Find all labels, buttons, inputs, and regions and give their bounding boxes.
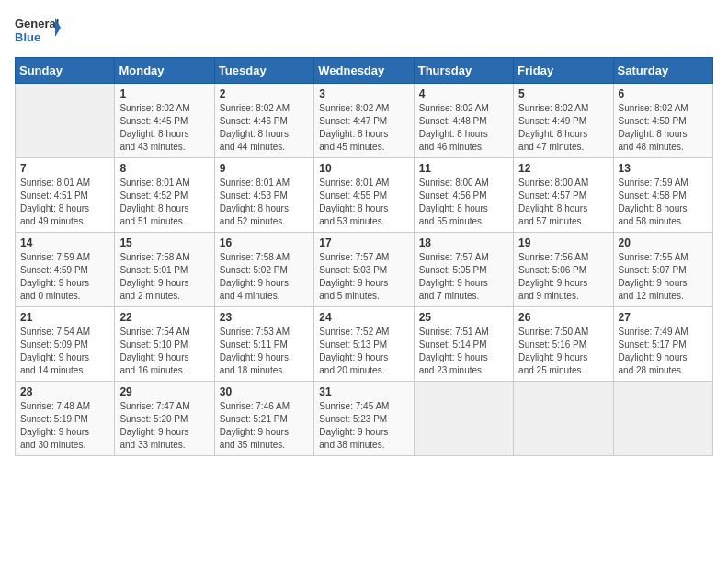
day-number: 12 — [518, 162, 608, 175]
calendar-header-friday: Friday — [514, 58, 613, 84]
calendar-header-thursday: Thursday — [414, 58, 513, 84]
day-number: 5 — [518, 87, 608, 100]
day-number: 15 — [119, 236, 209, 249]
logo: General Blue — [15, 15, 61, 46]
calendar-cell: 10Sunrise: 8:01 AM Sunset: 4:55 PM Dayli… — [314, 158, 414, 233]
day-info: Sunrise: 7:54 AM Sunset: 5:09 PM Dayligh… — [20, 326, 109, 377]
calendar-cell: 9Sunrise: 8:01 AM Sunset: 4:53 PM Daylig… — [214, 158, 313, 233]
calendar-cell: 23Sunrise: 7:53 AM Sunset: 5:11 PM Dayli… — [214, 307, 313, 382]
calendar-week-row: 28Sunrise: 7:48 AM Sunset: 5:19 PM Dayli… — [16, 382, 713, 456]
day-info: Sunrise: 8:00 AM Sunset: 4:57 PM Dayligh… — [518, 177, 608, 228]
day-info: Sunrise: 7:52 AM Sunset: 5:13 PM Dayligh… — [319, 326, 408, 377]
calendar-week-row: 7Sunrise: 8:01 AM Sunset: 4:51 PM Daylig… — [16, 158, 713, 233]
day-info: Sunrise: 7:58 AM Sunset: 5:01 PM Dayligh… — [119, 251, 209, 303]
day-number: 23 — [220, 311, 309, 324]
day-info: Sunrise: 7:58 AM Sunset: 5:02 PM Dayligh… — [220, 251, 309, 303]
day-info: Sunrise: 8:01 AM Sunset: 4:51 PM Dayligh… — [20, 177, 109, 228]
day-info: Sunrise: 7:50 AM Sunset: 5:16 PM Dayligh… — [518, 326, 608, 377]
svg-text:General: General — [15, 17, 59, 30]
day-number: 8 — [119, 162, 209, 175]
day-number: 10 — [319, 162, 408, 175]
day-info: Sunrise: 8:02 AM Sunset: 4:48 PM Dayligh… — [419, 102, 508, 154]
calendar-cell: 13Sunrise: 7:59 AM Sunset: 4:58 PM Dayli… — [613, 158, 712, 233]
day-number: 7 — [20, 162, 109, 175]
calendar-cell: 6Sunrise: 8:02 AM Sunset: 4:50 PM Daylig… — [613, 84, 712, 158]
day-info: Sunrise: 8:02 AM Sunset: 4:47 PM Dayligh… — [319, 102, 408, 154]
day-info: Sunrise: 8:00 AM Sunset: 4:56 PM Dayligh… — [419, 177, 508, 228]
day-info: Sunrise: 7:59 AM Sunset: 4:58 PM Dayligh… — [619, 177, 708, 228]
day-number: 19 — [518, 236, 608, 249]
day-info: Sunrise: 7:57 AM Sunset: 5:05 PM Dayligh… — [419, 251, 508, 303]
calendar-cell: 4Sunrise: 8:02 AM Sunset: 4:48 PM Daylig… — [414, 84, 513, 158]
calendar-cell: 19Sunrise: 7:56 AM Sunset: 5:06 PM Dayli… — [514, 233, 613, 307]
day-info: Sunrise: 8:01 AM Sunset: 4:52 PM Dayligh… — [119, 177, 209, 228]
calendar-header-wednesday: Wednesday — [314, 58, 414, 84]
calendar-cell: 14Sunrise: 7:59 AM Sunset: 4:59 PM Dayli… — [16, 233, 115, 307]
calendar-cell: 22Sunrise: 7:54 AM Sunset: 5:10 PM Dayli… — [115, 307, 214, 382]
day-number: 2 — [220, 87, 309, 100]
day-info: Sunrise: 8:01 AM Sunset: 4:53 PM Dayligh… — [220, 177, 309, 228]
day-number: 14 — [20, 236, 109, 249]
calendar-cell: 28Sunrise: 7:48 AM Sunset: 5:19 PM Dayli… — [16, 382, 115, 456]
day-info: Sunrise: 8:02 AM Sunset: 4:45 PM Dayligh… — [119, 102, 209, 154]
calendar-week-row: 1Sunrise: 8:02 AM Sunset: 4:45 PM Daylig… — [16, 84, 713, 158]
day-number: 28 — [20, 385, 109, 398]
calendar-cell: 8Sunrise: 8:01 AM Sunset: 4:52 PM Daylig… — [115, 158, 214, 233]
calendar-header-saturday: Saturday — [613, 58, 712, 84]
day-info: Sunrise: 8:02 AM Sunset: 4:46 PM Dayligh… — [220, 102, 309, 154]
calendar-cell — [16, 84, 115, 158]
day-number: 11 — [419, 162, 508, 175]
day-number: 27 — [619, 311, 708, 324]
calendar-cell: 5Sunrise: 8:02 AM Sunset: 4:49 PM Daylig… — [514, 84, 613, 158]
day-info: Sunrise: 7:51 AM Sunset: 5:14 PM Dayligh… — [419, 326, 508, 377]
day-number: 13 — [619, 162, 708, 175]
day-number: 4 — [419, 87, 508, 100]
day-number: 16 — [220, 236, 309, 249]
calendar-week-row: 14Sunrise: 7:59 AM Sunset: 4:59 PM Dayli… — [16, 233, 713, 307]
day-number: 20 — [619, 236, 708, 249]
day-number: 18 — [419, 236, 508, 249]
calendar-cell: 18Sunrise: 7:57 AM Sunset: 5:05 PM Dayli… — [414, 233, 513, 307]
day-number: 26 — [518, 311, 608, 324]
calendar-cell: 25Sunrise: 7:51 AM Sunset: 5:14 PM Dayli… — [414, 307, 513, 382]
day-number: 6 — [619, 87, 708, 100]
calendar-header-row: SundayMondayTuesdayWednesdayThursdayFrid… — [16, 58, 713, 84]
calendar-cell: 27Sunrise: 7:49 AM Sunset: 5:17 PM Dayli… — [613, 307, 712, 382]
day-info: Sunrise: 8:02 AM Sunset: 4:49 PM Dayligh… — [518, 102, 608, 154]
day-number: 29 — [119, 385, 209, 398]
day-number: 3 — [319, 87, 408, 100]
calendar-cell: 21Sunrise: 7:54 AM Sunset: 5:09 PM Dayli… — [16, 307, 115, 382]
calendar-cell: 24Sunrise: 7:52 AM Sunset: 5:13 PM Dayli… — [314, 307, 414, 382]
day-info: Sunrise: 7:47 AM Sunset: 5:20 PM Dayligh… — [119, 400, 209, 452]
day-info: Sunrise: 7:49 AM Sunset: 5:17 PM Dayligh… — [619, 326, 708, 377]
calendar-cell: 1Sunrise: 8:02 AM Sunset: 4:45 PM Daylig… — [115, 84, 214, 158]
header: General Blue — [15, 15, 713, 46]
day-info: Sunrise: 7:53 AM Sunset: 5:11 PM Dayligh… — [220, 326, 309, 377]
day-number: 25 — [419, 311, 508, 324]
calendar-cell: 31Sunrise: 7:45 AM Sunset: 5:23 PM Dayli… — [314, 382, 414, 456]
calendar-cell — [414, 382, 513, 456]
day-number: 30 — [220, 385, 309, 398]
calendar-cell: 20Sunrise: 7:55 AM Sunset: 5:07 PM Dayli… — [613, 233, 712, 307]
calendar-cell: 17Sunrise: 7:57 AM Sunset: 5:03 PM Dayli… — [314, 233, 414, 307]
day-info: Sunrise: 8:02 AM Sunset: 4:50 PM Dayligh… — [619, 102, 708, 154]
calendar-cell: 7Sunrise: 8:01 AM Sunset: 4:51 PM Daylig… — [16, 158, 115, 233]
calendar-cell: 15Sunrise: 7:58 AM Sunset: 5:01 PM Dayli… — [115, 233, 214, 307]
calendar-table: SundayMondayTuesdayWednesdayThursdayFrid… — [15, 57, 713, 456]
calendar-cell: 12Sunrise: 8:00 AM Sunset: 4:57 PM Dayli… — [514, 158, 613, 233]
day-number: 24 — [319, 311, 408, 324]
calendar-cell: 29Sunrise: 7:47 AM Sunset: 5:20 PM Dayli… — [115, 382, 214, 456]
day-info: Sunrise: 7:54 AM Sunset: 5:10 PM Dayligh… — [119, 326, 209, 377]
calendar-body: 1Sunrise: 8:02 AM Sunset: 4:45 PM Daylig… — [16, 84, 713, 456]
day-number: 9 — [220, 162, 309, 175]
day-info: Sunrise: 7:45 AM Sunset: 5:23 PM Dayligh… — [319, 400, 408, 452]
calendar-cell: 11Sunrise: 8:00 AM Sunset: 4:56 PM Dayli… — [414, 158, 513, 233]
day-number: 31 — [319, 385, 408, 398]
day-info: Sunrise: 7:59 AM Sunset: 4:59 PM Dayligh… — [20, 251, 109, 303]
day-info: Sunrise: 7:55 AM Sunset: 5:07 PM Dayligh… — [619, 251, 708, 303]
day-number: 22 — [119, 311, 209, 324]
calendar-cell: 16Sunrise: 7:58 AM Sunset: 5:02 PM Dayli… — [214, 233, 313, 307]
calendar-cell: 30Sunrise: 7:46 AM Sunset: 5:21 PM Dayli… — [214, 382, 313, 456]
calendar-cell: 26Sunrise: 7:50 AM Sunset: 5:16 PM Dayli… — [514, 307, 613, 382]
calendar-cell — [514, 382, 613, 456]
